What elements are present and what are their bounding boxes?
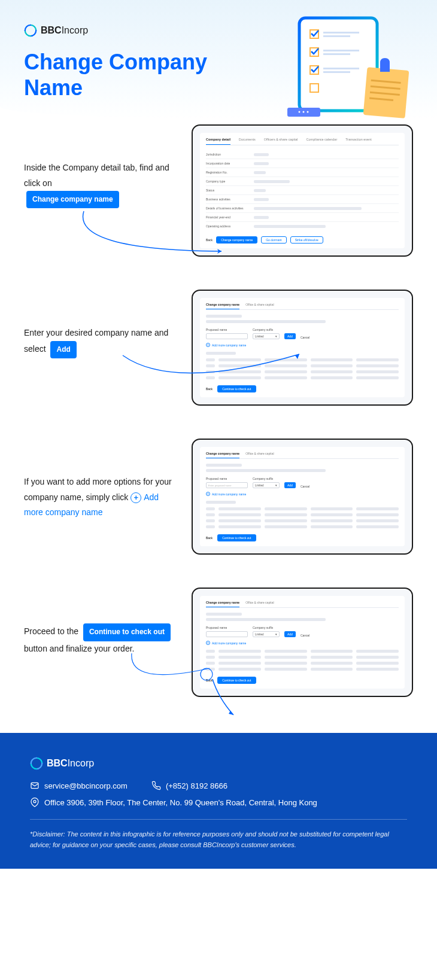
- mock-company-detail: Company detail Documents Officers & shar…: [192, 124, 413, 257]
- change-company-name-chip: Change company name: [26, 191, 119, 209]
- step-1: Inside the Company detail tab, find and …: [24, 124, 413, 257]
- back-button[interactable]: Back: [206, 387, 213, 391]
- company-suffix-select[interactable]: Limited▾: [253, 482, 280, 488]
- page-title: Change Company Name: [24, 49, 239, 101]
- company-suffix-label: Company suffix: [253, 477, 280, 480]
- field-company-type: Company type: [206, 179, 254, 183]
- footer-logo: BBCIncorp: [30, 757, 407, 770]
- logo-swirl-icon: [24, 24, 37, 37]
- svg-rect-2: [323, 32, 359, 34]
- footer-address: Office 3906, 39th Floor, The Center, No.…: [30, 798, 407, 807]
- cancel-button[interactable]: Cancel: [301, 336, 310, 339]
- company-suffix-label: Company suffix: [253, 626, 280, 629]
- add-button[interactable]: Add: [284, 333, 296, 339]
- footer-divider: [30, 819, 407, 820]
- tab-transaction[interactable]: Transaction event: [345, 138, 372, 141]
- proposed-name-label: Proposed name: [206, 626, 248, 629]
- footer-phone[interactable]: (+852) 8192 8666: [151, 781, 227, 790]
- strike-off-button[interactable]: Strike off/dissolve: [290, 236, 323, 244]
- field-financial-year-end: Financial year-end: [206, 215, 254, 219]
- cancel-button[interactable]: Cancel: [301, 485, 310, 488]
- cancel-button[interactable]: Cancel: [301, 634, 310, 637]
- add-button[interactable]: Add: [284, 482, 296, 488]
- continue-checkout-chip: Continue to check out: [83, 623, 171, 641]
- mock-tabs: Company detail Documents Officers & shar…: [206, 138, 399, 145]
- company-suffix-label: Company suffix: [253, 328, 280, 331]
- svg-rect-6: [323, 53, 350, 55]
- field-incorporation-date: Incorporation date: [206, 162, 254, 165]
- add-more-link[interactable]: +Add more company name: [206, 492, 399, 496]
- brand-name: BBCIncorp: [41, 25, 88, 36]
- svg-rect-3: [323, 35, 350, 37]
- change-company-name-button[interactable]: Change company name: [216, 236, 257, 244]
- add-more-link[interactable]: +Add more company name: [206, 641, 399, 645]
- company-suffix-select[interactable]: Limited▾: [253, 333, 280, 339]
- back-button[interactable]: Back: [206, 238, 213, 242]
- add-chip: Add: [50, 341, 76, 359]
- tab-company-detail[interactable]: Company detail: [206, 138, 230, 145]
- location-icon: [30, 798, 40, 807]
- svg-point-13: [303, 111, 305, 113]
- add-more-link[interactable]: +Add more company name: [206, 343, 399, 347]
- tab-officers[interactable]: Officers & share capital: [264, 138, 298, 141]
- proposed-name-label: Proposed name: [206, 477, 248, 480]
- subtab-change-name[interactable]: Change company name: [206, 303, 239, 309]
- footer-email[interactable]: service@bbcincorp.com: [30, 781, 128, 790]
- step-2: Enter your desired company name and sele…: [24, 290, 413, 406]
- field-jurisdiction: Jurisdiction: [206, 153, 254, 156]
- continue-checkout-button[interactable]: Continue to check out: [217, 677, 256, 684]
- field-status: Status: [206, 188, 254, 192]
- go-dormant-button[interactable]: Go dormant: [261, 236, 286, 244]
- subtab-office-capital[interactable]: Office & share capital: [245, 452, 274, 455]
- footer-brand-name: BBCIncorp: [47, 758, 94, 769]
- tab-documents[interactable]: Documents: [239, 138, 256, 141]
- add-button[interactable]: Add: [284, 631, 296, 637]
- svg-point-22: [34, 801, 36, 803]
- footer-disclaimer: *Disclaimer: The content in this infogra…: [30, 829, 407, 850]
- subtab-change-name[interactable]: Change company name: [206, 601, 239, 607]
- field-operating-address: Operating address: [206, 224, 254, 228]
- mock-checkout: Change company name Office & share capit…: [192, 588, 413, 697]
- proposed-name-input[interactable]: Enter proposed name: [206, 482, 248, 488]
- proposed-name-label: Proposed name: [206, 328, 248, 331]
- svg-rect-5: [323, 50, 359, 51]
- step-3: If you want to add more options for your…: [24, 439, 413, 555]
- proposed-name-input[interactable]: [206, 333, 248, 339]
- page-footer: BBCIncorp service@bbcincorp.com (+852) 8…: [0, 733, 437, 868]
- page-header: BBCIncorp Change Company Name: [0, 0, 437, 118]
- step-4: Proceed to the Continue to check out but…: [24, 588, 413, 697]
- svg-rect-8: [323, 68, 359, 69]
- continue-checkout-button[interactable]: Continue to check out: [217, 385, 256, 392]
- steps-container: Inside the Company detail tab, find and …: [0, 118, 437, 733]
- step-1-text: Inside the Company detail tab, find and …: [24, 124, 174, 208]
- subtab-office-capital[interactable]: Office & share capital: [245, 601, 274, 604]
- step-4-text: Proceed to the Continue to check out but…: [24, 588, 174, 656]
- proposed-name-input[interactable]: [206, 631, 248, 637]
- checklist-illustration: [275, 15, 419, 118]
- step-3-text: If you want to add more options for your…: [24, 439, 174, 520]
- subtab-change-name[interactable]: Change company name: [206, 452, 239, 458]
- svg-point-12: [299, 111, 301, 113]
- field-registration-no: Registration No.: [206, 171, 254, 174]
- company-suffix-select[interactable]: Limited▾: [253, 631, 280, 637]
- svg-point-14: [307, 111, 309, 113]
- svg-rect-9: [323, 71, 350, 73]
- field-details-activities: Details of business activities: [206, 206, 254, 210]
- step-2-text: Enter your desired company name and sele…: [24, 290, 174, 358]
- logo-swirl-icon: [30, 757, 43, 770]
- back-button[interactable]: Back: [206, 536, 213, 540]
- mock-add-more: Change company name Office & share capit…: [192, 439, 413, 555]
- tab-compliance[interactable]: Compliance calendar: [306, 138, 338, 141]
- field-business-activities: Business activities: [206, 197, 254, 201]
- subtab-office-capital[interactable]: Office & share capital: [245, 303, 274, 306]
- continue-checkout-button[interactable]: Continue to check out: [217, 534, 256, 541]
- plus-circle-icon: +: [131, 492, 141, 503]
- email-icon: [30, 781, 40, 790]
- phone-icon: [151, 781, 161, 790]
- mock-add-name: Change company name Office & share capit…: [192, 290, 413, 406]
- back-button[interactable]: Back: [206, 678, 213, 682]
